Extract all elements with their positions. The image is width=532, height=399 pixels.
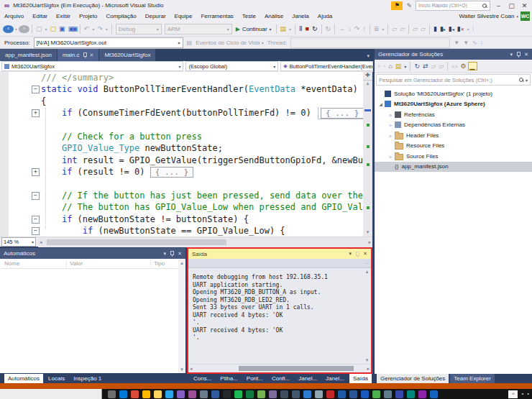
solution-explorer-title-bar[interactable]: Gerenciador de Soluções ▾ ✕ bbox=[375, 49, 532, 60]
show-all-files-icon[interactable]: ▱ bbox=[437, 63, 445, 70]
autos-scrollbar[interactable]: ▴ ▾ bbox=[178, 260, 185, 373]
prev-bookmark-icon[interactable]: ▮◂ bbox=[447, 25, 456, 32]
bookmark-overflow-icon[interactable]: ▾ bbox=[466, 27, 471, 32]
collapse-region-icon[interactable]: − bbox=[32, 86, 40, 93]
taskbar-app-icon[interactable] bbox=[177, 390, 185, 398]
editor-tab-Mt3620UartSigfox[interactable]: Mt3620UartSigfox bbox=[99, 49, 155, 61]
minimize-button[interactable]: – bbox=[494, 2, 503, 9]
restart-icon[interactable]: ↻ bbox=[311, 25, 319, 32]
scroll-down-icon[interactable]: ▾ bbox=[178, 367, 185, 372]
document-list-caret-icon[interactable]: ▾ bbox=[367, 53, 373, 61]
pin-icon[interactable] bbox=[83, 52, 87, 58]
window-position-icon[interactable]: ▾ bbox=[510, 52, 513, 58]
scroll-up-icon[interactable]: ▴ bbox=[363, 269, 371, 275]
output-tab[interactable]: Pilha... bbox=[216, 374, 241, 383]
zoom-level-dropdown[interactable]: 145 % ▾ bbox=[1, 237, 36, 247]
expand-region-icon[interactable]: + bbox=[32, 109, 40, 117]
output-content[interactable]: Remote debugging from host 192.168.35.1U… bbox=[188, 268, 371, 364]
scrollbar-thumb[interactable] bbox=[239, 366, 354, 371]
output-title-bar[interactable]: Saída ▾ ✕ bbox=[188, 249, 371, 259]
scrollbar-thumb[interactable] bbox=[47, 239, 226, 245]
taskbar-app-icon[interactable] bbox=[372, 390, 380, 398]
window-position-icon[interactable]: ▾ bbox=[164, 251, 167, 257]
explorer-tab[interactable]: Gerenciador de Soluções bbox=[377, 374, 449, 383]
explorer-tab[interactable]: Team Explorer bbox=[450, 374, 495, 383]
column-header-value[interactable]: Valor bbox=[67, 260, 151, 267]
window-prev-icon[interactable]: ▱ bbox=[411, 25, 419, 32]
taskbar-app-icon[interactable] bbox=[142, 390, 150, 398]
taskbar-app-icon[interactable] bbox=[108, 390, 116, 398]
new-file-icon[interactable]: ▢ bbox=[35, 25, 44, 32]
sync-with-active-document-icon[interactable]: ⇄ bbox=[421, 63, 430, 70]
show-hidden-icons-button[interactable]: ^ bbox=[508, 390, 518, 398]
collapse-region-icon[interactable]: − bbox=[32, 192, 40, 200]
account-name[interactable]: Walter Silvestre Coan bbox=[459, 13, 514, 19]
taskbar-app-icon[interactable] bbox=[384, 390, 392, 398]
taskbar-app-icon[interactable] bbox=[165, 390, 173, 398]
scroll-down-icon[interactable]: ▾ bbox=[363, 229, 372, 235]
save-all-icon[interactable]: ▣▣ bbox=[67, 25, 78, 32]
se-forward-icon[interactable]: ◦ bbox=[382, 63, 387, 70]
quick-launch-search[interactable]: Início Rápido (Ctrl+Q) bbox=[416, 1, 490, 11]
pin-icon[interactable] bbox=[516, 51, 520, 58]
close-icon[interactable]: ✕ bbox=[524, 52, 528, 58]
navigate-forward-icon[interactable]: › bbox=[19, 25, 29, 33]
lifecycle-events-dropdown[interactable]: Eventos de Ciclo de Vida ▾ bbox=[196, 40, 264, 46]
switch-views-icon[interactable]: ▤ bbox=[394, 63, 403, 70]
close-icon[interactable]: ✕ bbox=[178, 251, 182, 257]
taskbar-app-icon[interactable] bbox=[223, 390, 231, 398]
redo-caret-icon[interactable]: ▾ bbox=[104, 27, 109, 32]
add-item-icon[interactable]: ▢ bbox=[49, 25, 58, 32]
menu-editar[interactable]: Editar bbox=[28, 13, 52, 19]
stop-icon[interactable]: ■ bbox=[304, 25, 311, 32]
tree-item[interactable]: ▹Referências bbox=[375, 109, 532, 120]
taskbar-app-icon[interactable] bbox=[234, 390, 242, 398]
taskbar-app-icon[interactable] bbox=[338, 390, 346, 398]
tray-icon[interactable]: • bbox=[527, 390, 529, 397]
navigate-back-icon[interactable]: ‹ bbox=[3, 25, 14, 33]
undo-icon[interactable]: ↶ bbox=[83, 25, 91, 32]
menu-depurar[interactable]: Depurar bbox=[141, 13, 170, 19]
step-out-icon[interactable]: ↑ bbox=[361, 25, 367, 32]
thread-dropdown[interactable] bbox=[290, 37, 450, 48]
output-horizontal-scrollbar[interactable]: ◂ ▸ bbox=[188, 364, 371, 372]
tree-item[interactable]: ▹Header Files bbox=[375, 130, 532, 141]
scroll-up-icon[interactable]: ▴ bbox=[363, 81, 372, 86]
scroll-right-icon[interactable]: ▸ bbox=[368, 239, 371, 245]
taskbar-app-icon[interactable] bbox=[257, 390, 265, 398]
taskbar-app-icon[interactable] bbox=[154, 390, 162, 398]
maximize-button[interactable]: ▢ bbox=[507, 2, 516, 9]
collapse-region-icon[interactable]: − bbox=[32, 227, 40, 235]
editor-tab-main.c[interactable]: main.c✕ bbox=[58, 49, 98, 61]
output-tab[interactable]: Pont... bbox=[243, 374, 267, 383]
notifications-flag-button[interactable]: ⚑ bbox=[391, 1, 403, 10]
expand-arrow-icon[interactable]: ▹ bbox=[387, 154, 394, 159]
taskbar-app-icon[interactable] bbox=[200, 390, 208, 398]
redo-icon[interactable]: ↷ bbox=[96, 25, 104, 32]
collapse-all-icon[interactable]: ▱ bbox=[429, 63, 437, 70]
output-tab[interactable]: Confi... bbox=[268, 374, 293, 383]
solution-config-dropdown[interactable]: Debug▾ bbox=[116, 24, 162, 35]
taskbar-app-icon[interactable] bbox=[292, 390, 300, 398]
toolbar-overflow-icon[interactable]: ·· bbox=[365, 261, 371, 266]
pin-icon[interactable] bbox=[355, 251, 359, 257]
show-next-statement-icon[interactable]: → bbox=[337, 25, 347, 32]
close-icon[interactable]: ✕ bbox=[90, 52, 94, 58]
immediate-window-icon[interactable]: ≣ bbox=[372, 25, 381, 32]
taskbar-app-icon[interactable] bbox=[246, 390, 254, 398]
expand-arrow-icon[interactable]: ▹ bbox=[387, 112, 394, 117]
autos-grid-body[interactable]: ▴ ▾ bbox=[0, 269, 185, 373]
taskbar-app-icon[interactable] bbox=[349, 390, 357, 398]
feedback-icon[interactable]: ✎ bbox=[406, 2, 412, 9]
tree-item[interactable]: Resource Files bbox=[375, 141, 532, 152]
menu-compilação[interactable]: Compilação bbox=[101, 13, 140, 19]
toggle-bookmark-icon[interactable]: ▮ bbox=[432, 25, 439, 32]
window-layout-icon[interactable]: ▱ bbox=[390, 25, 398, 32]
close-button[interactable]: ✕ bbox=[520, 2, 529, 9]
filter-icon[interactable]: ▼ bbox=[454, 40, 459, 46]
watch-tab[interactable]: Locais bbox=[45, 374, 68, 383]
output-tab[interactable]: Janel... bbox=[295, 374, 321, 383]
menu-ferramentas[interactable]: Ferramentas bbox=[196, 13, 237, 19]
pause-icon[interactable]: ‖ bbox=[298, 25, 303, 32]
collapse-arrow-icon[interactable]: ◢ bbox=[377, 101, 384, 106]
